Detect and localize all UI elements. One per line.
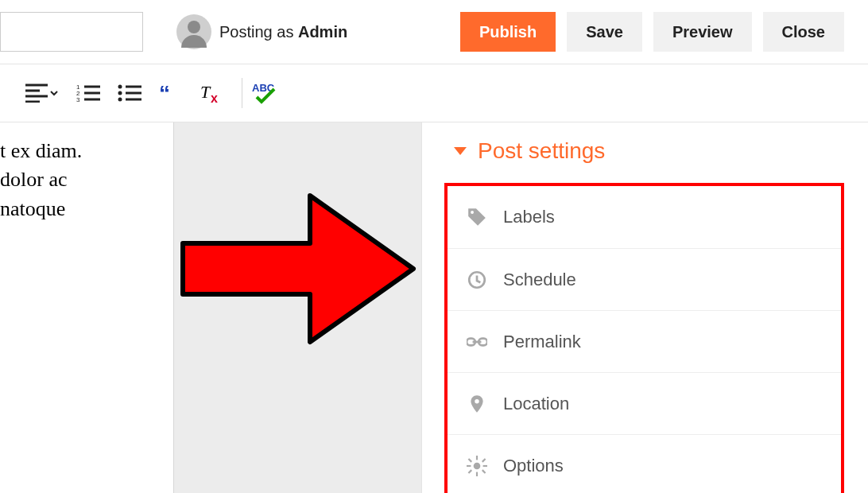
settings-item-schedule[interactable]: Schedule (448, 248, 841, 310)
svg-text:“: “ (159, 83, 170, 103)
unordered-list-button[interactable] (118, 77, 141, 109)
svg-rect-21 (483, 464, 487, 466)
editor-content[interactable]: t ex diam. dolor ac natoque (0, 122, 173, 493)
settings-item-label: Labels (503, 207, 555, 227)
gear-icon (465, 456, 489, 476)
close-button[interactable]: Close (763, 12, 844, 52)
svg-point-4 (118, 85, 122, 89)
editor-toolbar: 1 2 3 “ T x ABC (0, 64, 868, 122)
settings-item-label: Location (503, 394, 569, 414)
settings-item-location[interactable]: Location (448, 372, 841, 434)
post-settings-header[interactable]: Post settings (422, 122, 868, 183)
publish-button[interactable]: Publish (460, 12, 556, 52)
post-title-input[interactable] (0, 12, 143, 52)
svg-rect-23 (482, 458, 486, 462)
svg-rect-18 (476, 456, 478, 460)
post-settings-panel: Labels Schedule Permalink Location (444, 183, 844, 493)
post-settings-title: Post settings (478, 138, 605, 164)
toolbar-divider (242, 78, 242, 108)
svg-text:T: T (200, 82, 211, 102)
header-bar: Posting as Admin Publish Save Preview Cl… (0, 0, 868, 64)
clock-icon (465, 270, 489, 290)
settings-item-label: Schedule (503, 270, 576, 290)
svg-text:3: 3 (76, 96, 80, 103)
posting-as-text: Posting as Admin (219, 23, 347, 41)
svg-point-0 (188, 21, 200, 33)
posting-as-user: Admin (298, 23, 347, 41)
svg-rect-25 (482, 469, 486, 473)
clear-format-button[interactable]: T x (199, 77, 223, 109)
svg-rect-22 (468, 458, 472, 462)
post-settings-sidebar: Post settings Labels Schedule Permalink (421, 122, 868, 493)
quote-button[interactable]: “ (159, 77, 181, 109)
editor-line: natoque (0, 195, 173, 223)
caret-down-icon (454, 147, 467, 155)
svg-point-5 (118, 91, 122, 95)
editor-gutter (173, 122, 421, 493)
editor-column: t ex diam. dolor ac natoque (0, 122, 421, 493)
settings-item-label: Options (503, 456, 564, 476)
main-area: t ex diam. dolor ac natoque Post setting… (0, 122, 868, 493)
avatar (176, 14, 211, 49)
settings-item-options[interactable]: Options (448, 434, 841, 493)
posting-as: Posting as Admin (176, 14, 347, 49)
location-pin-icon (465, 394, 489, 414)
svg-point-6 (118, 98, 122, 102)
tag-icon (465, 207, 489, 227)
editor-line: dolor ac (0, 165, 173, 194)
svg-rect-20 (467, 464, 471, 466)
settings-item-label: Permalink (503, 332, 581, 352)
align-button[interactable] (25, 77, 59, 109)
preview-button[interactable]: Preview (653, 12, 752, 52)
link-icon (465, 332, 489, 352)
save-button[interactable]: Save (567, 12, 642, 52)
svg-point-17 (474, 462, 481, 469)
svg-point-11 (471, 211, 474, 214)
settings-item-permalink[interactable]: Permalink (448, 310, 841, 372)
settings-item-labels[interactable]: Labels (448, 186, 841, 248)
spellcheck-button[interactable]: ABC (252, 77, 279, 109)
editor-line: t ex diam. (0, 137, 173, 165)
ordered-list-button[interactable]: 1 2 3 (76, 77, 100, 109)
svg-text:x: x (211, 91, 218, 104)
posting-as-prefix: Posting as (219, 23, 298, 41)
svg-point-16 (475, 399, 479, 403)
svg-rect-24 (468, 469, 472, 473)
svg-rect-19 (476, 472, 478, 476)
